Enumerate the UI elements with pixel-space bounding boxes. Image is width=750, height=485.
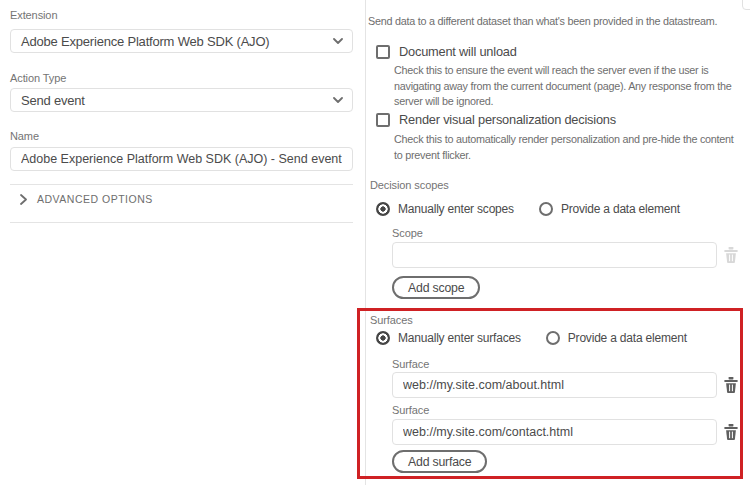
document-unload-row: Document will unload (376, 44, 517, 59)
scope-input[interactable] (392, 242, 717, 268)
scopes-data-element-label: Provide a data element (561, 202, 680, 216)
extension-select[interactable]: Adobe Experience Platform Web SDK (AJO) (10, 29, 353, 53)
document-unload-description: Check this to ensure the event will reac… (394, 63, 732, 110)
scope-field-label: Scope (392, 227, 423, 239)
name-label: Name (10, 130, 39, 142)
advanced-options-label: ADVANCED OPTIONS (37, 193, 153, 205)
manually-enter-scopes-label: Manually enter scopes (398, 202, 514, 216)
trash-icon[interactable] (724, 424, 738, 444)
extension-label: Extension (10, 9, 57, 21)
manually-enter-scopes-radio[interactable] (376, 202, 390, 216)
description-line: Check this to automatically render perso… (394, 132, 734, 148)
surfaces-data-element-radio[interactable] (546, 331, 560, 345)
trash-icon[interactable] (724, 377, 738, 397)
add-scope-button[interactable]: Add scope (392, 276, 480, 299)
render-decisions-label: Render visual personalization decisions (399, 112, 616, 127)
surface-input-1[interactable] (392, 372, 717, 398)
description-line: to prevent flicker. (394, 148, 734, 164)
action-settings-panel: Extension Adobe Experience Platform Web … (0, 0, 365, 485)
chevron-down-icon (333, 97, 343, 103)
render-decisions-row: Render visual personalization decisions (376, 112, 616, 127)
description-line: navigating away from the current documen… (394, 79, 732, 95)
surface-field-label: Surface (392, 404, 429, 416)
surface-input-2[interactable] (392, 419, 717, 445)
action-type-select[interactable]: Send event (10, 88, 353, 112)
scopes-data-element-radio[interactable] (539, 202, 553, 216)
chevron-right-icon (20, 194, 27, 205)
surfaces-radio-group: Manually enter surfaces Provide a data e… (376, 331, 687, 345)
decision-scopes-radio-group: Manually enter scopes Provide a data ele… (376, 202, 680, 216)
extension-select-value: Adobe Experience Platform Web SDK (AJO) (21, 34, 269, 49)
manually-enter-surfaces-radio[interactable] (376, 331, 390, 345)
advanced-options-toggle[interactable]: ADVANCED OPTIONS (20, 193, 153, 205)
surfaces-label: Surfaces (370, 314, 413, 326)
action-type-label: Action Type (10, 72, 66, 84)
manually-enter-surfaces-label: Manually enter surfaces (398, 331, 521, 345)
surfaces-data-element-label: Provide a data element (568, 331, 687, 345)
chevron-down-icon (333, 38, 343, 44)
decision-scopes-label: Decision scopes (370, 179, 449, 191)
document-unload-checkbox[interactable] (376, 45, 390, 59)
divider (10, 222, 353, 223)
description-line: Check this to ensure the event will reac… (394, 63, 732, 79)
surface-field-label: Surface (392, 358, 429, 370)
action-type-select-value: Send event (21, 93, 85, 108)
description-line: server will be ignored. (394, 94, 732, 110)
send-event-action-config: Extension Adobe Experience Platform Web … (0, 0, 750, 485)
document-unload-label: Document will unload (399, 44, 517, 59)
trash-icon[interactable] (724, 247, 738, 267)
add-surface-button[interactable]: Add surface (392, 450, 487, 473)
name-input[interactable] (10, 147, 353, 171)
action-detail-panel: Send data to a different dataset than wh… (365, 0, 750, 485)
divider (10, 184, 353, 185)
render-decisions-description: Check this to automatically render perso… (394, 132, 734, 163)
dataset-helper-text: Send data to a different dataset than wh… (368, 15, 717, 27)
dataset-id-input[interactable] (742, 0, 750, 10)
render-decisions-checkbox[interactable] (376, 113, 390, 127)
